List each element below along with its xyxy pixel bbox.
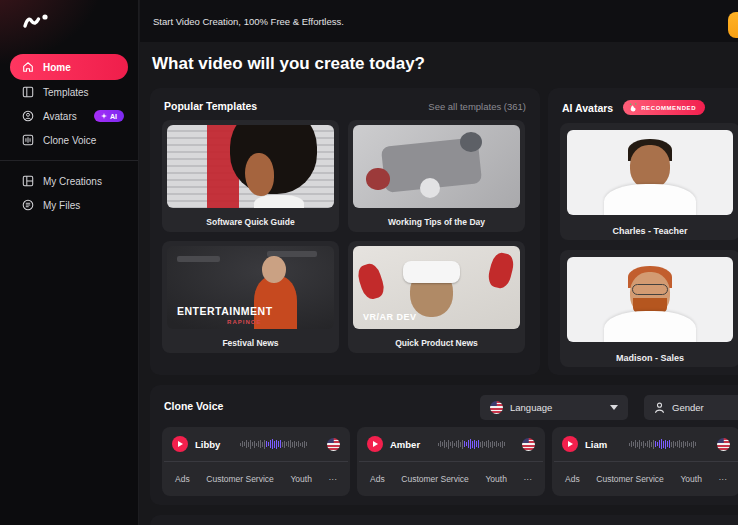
clone-voice-panel: Clone Voice Language Gender Libby [150, 385, 738, 505]
us-flag-icon [717, 438, 730, 451]
next-section-panel [150, 515, 738, 525]
more-tags-button[interactable]: ··· [523, 474, 532, 484]
avatar-photo [567, 130, 733, 215]
creations-icon [21, 175, 34, 187]
avatar-icon [21, 110, 34, 122]
voice-card-row: Libby Ads Customer Service Youth ··· Amb… [150, 427, 738, 496]
template-card-working-tips[interactable]: Working Tips of the Day [348, 120, 525, 232]
sidebar-item-my-files[interactable]: My Files [0, 193, 138, 217]
ai-avatars-panel: AI Avatars RECOMMENDED Charles - Teacher [548, 88, 738, 375]
voice-tags: Ads Customer Service Youth ··· [552, 462, 738, 495]
popular-templates-panel: Popular Templates See all templates (361… [150, 88, 540, 375]
promo-text: Start Video Creation, 100% Free & Effort… [153, 16, 344, 27]
app-logo[interactable] [22, 10, 52, 36]
sidebar-item-label: Home [43, 62, 71, 73]
photo-shape [254, 195, 304, 208]
sidebar-item-templates[interactable]: Templates [0, 80, 138, 104]
sidebar: Home Templates Avatars AI Clone Voice [0, 0, 139, 525]
gender-dropdown-label: Gender [672, 402, 704, 413]
voice-tag[interactable]: Youth [290, 474, 311, 484]
person-icon [654, 402, 665, 414]
language-dropdown[interactable]: Language [480, 395, 628, 420]
sparkle-icon [101, 113, 107, 119]
template-photo [353, 125, 520, 208]
voice-tag[interactable]: Ads [370, 474, 385, 484]
voice-icon [21, 134, 34, 146]
voice-card-amber[interactable]: Amber Ads Customer Service Youth ··· [357, 427, 545, 496]
sidebar-item-label: Templates [43, 87, 89, 98]
sidebar-item-my-creations[interactable]: My Creations [0, 169, 138, 193]
voice-card-top: Amber [357, 427, 545, 461]
photo-shape [632, 284, 669, 295]
clone-voice-header: Clone Voice Language Gender [150, 385, 738, 427]
avatar-label: Charles - Teacher [560, 222, 738, 240]
sidebar-item-avatars[interactable]: Avatars AI [0, 104, 138, 128]
play-button[interactable] [562, 436, 578, 452]
page-title: What video will you create today? [152, 54, 425, 74]
template-photo: ENTERTAINMENT RAPINOE [167, 246, 334, 329]
sidebar-item-label: My Creations [43, 176, 102, 187]
template-grid: Software Quick Guide Working Tips of the… [150, 120, 540, 353]
cta-button[interactable] [728, 12, 738, 38]
chevron-down-icon [610, 405, 618, 410]
ai-avatars-header: AI Avatars RECOMMENDED [548, 88, 738, 123]
us-flag-icon [490, 401, 503, 414]
avatar-card-madison[interactable]: Madison - Sales [560, 250, 738, 367]
play-icon [373, 441, 378, 447]
voice-tag[interactable]: Youth [485, 474, 506, 484]
sidebar-item-clone-voice[interactable]: Clone Voice [0, 128, 138, 152]
template-card-festival-news[interactable]: ENTERTAINMENT RAPINOE Festival News [162, 241, 339, 353]
photo-overlay-text: RAPINOE [227, 319, 261, 325]
templates-icon [21, 86, 34, 98]
home-icon [21, 61, 34, 73]
play-button[interactable] [367, 436, 383, 452]
avatar-label: Madison - Sales [560, 349, 738, 367]
popular-templates-title: Popular Templates [164, 100, 257, 112]
voice-name: Amber [390, 439, 420, 450]
photo-shape [245, 153, 273, 196]
voice-card-libby[interactable]: Libby Ads Customer Service Youth ··· [162, 427, 350, 496]
waveform [614, 436, 710, 452]
more-tags-button[interactable]: ··· [328, 474, 337, 484]
main-content: What video will you create today? Popula… [139, 42, 738, 525]
voice-tag[interactable]: Customer Service [596, 474, 664, 484]
voice-card-liam[interactable]: Liam Ads Customer Service Youth ··· [552, 427, 738, 496]
see-all-templates-link[interactable]: See all templates (361) [428, 101, 526, 112]
template-card-quick-product-news[interactable]: VR/AR DEV Quick Product News [348, 241, 525, 353]
gender-dropdown[interactable]: Gender [644, 395, 738, 420]
finger-heart-icon [629, 103, 637, 112]
voice-tag[interactable]: Youth [680, 474, 701, 484]
recommended-badge: RECOMMENDED [623, 100, 705, 115]
photo-shape [604, 184, 697, 215]
template-label: Quick Product News [348, 334, 525, 353]
voice-card-top: Libby [162, 427, 350, 461]
waveform [227, 436, 320, 452]
topbar: Start Video Creation, 100% Free & Effort… [140, 0, 738, 42]
photo-shape [420, 178, 440, 198]
template-card-software-quick-guide[interactable]: Software Quick Guide [162, 120, 339, 232]
sidebar-item-home[interactable]: Home [10, 54, 128, 80]
recommended-badge-label: RECOMMENDED [641, 105, 696, 111]
more-tags-button[interactable]: ··· [718, 474, 727, 484]
voice-tag[interactable]: Ads [175, 474, 190, 484]
us-flag-icon [522, 438, 535, 451]
photo-shape [262, 256, 285, 283]
photo-shape [403, 261, 460, 283]
avatar-card-charles[interactable]: Charles - Teacher [560, 123, 738, 240]
voice-name: Libby [195, 439, 220, 450]
voice-tag[interactable]: Customer Service [206, 474, 274, 484]
photo-shape [486, 251, 515, 290]
avatar-photo [567, 257, 733, 342]
play-icon [568, 441, 573, 447]
voice-tag[interactable]: Ads [565, 474, 580, 484]
voice-tag[interactable]: Customer Service [401, 474, 469, 484]
template-photo [167, 125, 334, 208]
play-button[interactable] [172, 436, 188, 452]
sidebar-divider [0, 160, 138, 161]
voice-tags: Ads Customer Service Youth ··· [162, 462, 350, 495]
sidebar-item-label: My Files [43, 200, 80, 211]
photo-shape [366, 168, 389, 190]
template-photo: VR/AR DEV [353, 246, 520, 329]
photo-overlay-text: VR/AR DEV [363, 312, 417, 322]
ai-avatars-title: AI Avatars [562, 102, 613, 114]
